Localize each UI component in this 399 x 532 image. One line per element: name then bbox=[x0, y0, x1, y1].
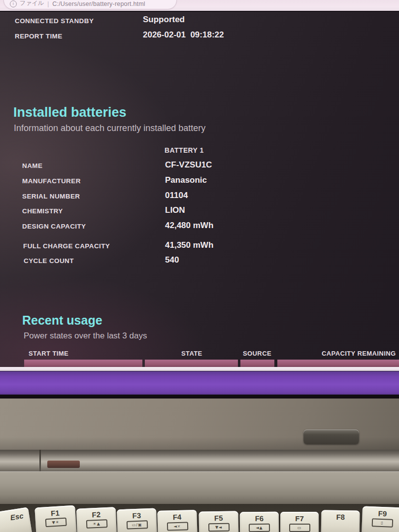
brightness-down-icon: ▼☀ bbox=[45, 518, 66, 528]
row-label: MANUFACTURER bbox=[22, 177, 81, 185]
row-label: CYCLE COUNT bbox=[24, 257, 74, 265]
field-value: Supported bbox=[143, 15, 185, 25]
row-label: CHEMISTRY bbox=[22, 207, 63, 215]
info-icon: i bbox=[10, 0, 17, 7]
address-url: C:/Users/user/battery-report.html bbox=[52, 0, 145, 7]
field-label: CONNECTED STANDBY bbox=[15, 17, 94, 25]
table-row-cell bbox=[145, 360, 238, 367]
row-label: SERIAL NUMBER bbox=[22, 193, 80, 200]
brightness-up-icon: ☀▲ bbox=[86, 519, 107, 529]
address-separator: | bbox=[47, 0, 49, 7]
address-bar[interactable]: i ファイル | C:/Users/user/battery-report.ht… bbox=[3, 0, 177, 9]
screen-lower-edge bbox=[0, 395, 399, 399]
hinge-seam bbox=[39, 450, 41, 471]
table-row-cell bbox=[277, 360, 399, 367]
row-value: Panasonic bbox=[165, 175, 207, 185]
row-value: 01104 bbox=[165, 191, 188, 200]
row-value: 41,350 mWh bbox=[165, 240, 213, 250]
row-value: CF-VZSU1C bbox=[165, 160, 212, 170]
column-header-source: SOURCE bbox=[243, 350, 271, 357]
row-label: FULL CHARGE CAPACITY bbox=[23, 242, 110, 250]
taskbar: 検索 bbox=[0, 371, 399, 395]
section-title-installed-batteries: Installed batteries bbox=[13, 105, 127, 120]
battery-report-page: CONNECTED STANDBY Supported REPORT TIME … bbox=[0, 11, 399, 372]
key-f4: F4 ◄× bbox=[157, 510, 198, 532]
volume-up-icon: ◄▲ bbox=[249, 524, 270, 532]
display-switch-icon: ▭/▣ bbox=[126, 520, 148, 529]
section-subtitle: Power states over the last 3 days bbox=[24, 331, 147, 341]
row-value: 42,480 mWh bbox=[165, 221, 213, 231]
battery-icon: ▯ bbox=[371, 518, 393, 527]
key-f9: F9 ▯ bbox=[362, 506, 399, 532]
key-f8: F8 bbox=[321, 510, 360, 532]
column-header-start-time: START TIME bbox=[29, 350, 68, 357]
browser-chrome: i ファイル | C:/Users/user/battery-report.ht… bbox=[0, 0, 399, 11]
field-value: 2026-02-01 09:18:22 bbox=[143, 30, 224, 40]
hinge-slot bbox=[47, 461, 80, 468]
field-label: REPORT TIME bbox=[15, 33, 63, 40]
section-title-recent-usage: Recent usage bbox=[22, 313, 102, 328]
key-f5: F5 ▼◄ bbox=[199, 511, 238, 532]
column-header-state: STATE bbox=[181, 350, 202, 357]
table-row-cell bbox=[240, 360, 274, 367]
row-label: NAME bbox=[22, 162, 42, 169]
row-value: LION bbox=[165, 205, 185, 215]
row-value: 540 bbox=[165, 255, 179, 265]
battery-column-header: BATTERY 1 bbox=[165, 146, 204, 154]
key-f7: F7 ▭ bbox=[280, 512, 319, 532]
table-row-cell bbox=[24, 360, 142, 367]
laptop-top-case bbox=[0, 471, 399, 504]
key-f6: F6 ◄▲ bbox=[240, 512, 279, 532]
section-subtitle: Information about each currently install… bbox=[14, 123, 205, 133]
laptop-latch-button bbox=[303, 430, 359, 444]
key-f2: F2 ☀▲ bbox=[76, 507, 117, 532]
key-f3: F3 ▭/▣ bbox=[117, 508, 157, 532]
key-esc: Esc bbox=[0, 507, 33, 532]
volume-down-icon: ▼◄ bbox=[208, 523, 229, 532]
key-f1: F1 ▼☀ bbox=[34, 505, 77, 532]
mute-icon: ◄× bbox=[166, 522, 188, 531]
column-header-capacity-remaining: CAPACITY REMAINING bbox=[322, 350, 396, 357]
row-label: DESIGN CAPACITY bbox=[22, 223, 86, 230]
display-icon: ▭ bbox=[289, 524, 310, 532]
address-scheme-label: ファイル bbox=[20, 0, 44, 7]
